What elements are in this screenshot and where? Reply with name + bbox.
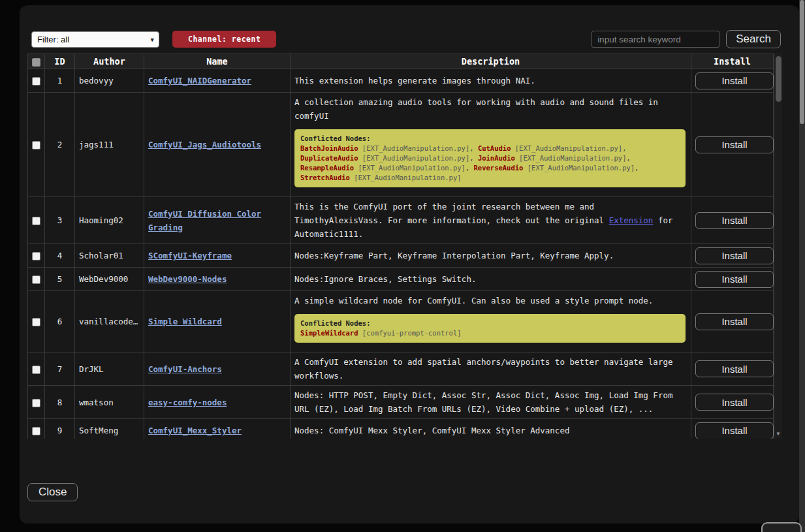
row-description: A simple wildcard node for ComfyUI. Can …: [291, 291, 691, 352]
nodes-table-clip: ID Author Name Description Install 1bedo…: [27, 54, 774, 439]
conflict-label: Conflicted Nodes:: [300, 319, 680, 328]
close-button[interactable]: Close: [27, 483, 78, 501]
install-button[interactable]: Install: [695, 394, 774, 411]
conflict-label: Conflicted Nodes:: [300, 134, 680, 144]
conflict-node-name: SimpleWildcard: [300, 329, 358, 337]
row-id: 6: [45, 291, 75, 352]
row-checkbox[interactable]: [32, 275, 40, 284]
table-header-row: ID Author Name Description Install: [28, 54, 774, 69]
node-name-link[interactable]: Simple Wildcard: [148, 317, 222, 326]
row-select-cell: [28, 352, 45, 386]
row-checkbox[interactable]: [32, 77, 40, 86]
row-checkbox[interactable]: [32, 217, 40, 225]
description-link[interactable]: Extension: [609, 215, 654, 225]
row-author: Scholar01: [75, 244, 144, 268]
search-input[interactable]: [592, 31, 719, 48]
table-row: 7DrJKLComfyUI-AnchorsA ComfyUI extension…: [28, 352, 774, 386]
row-description: This is the ComfyUI port of the joint re…: [291, 197, 691, 244]
row-checkbox[interactable]: [32, 427, 40, 435]
browser-scrollbar-thumb[interactable]: [800, 0, 804, 124]
row-id: 5: [45, 268, 75, 291]
channel-badge: Channel: recent: [172, 31, 276, 48]
filter-select[interactable]: Filter: all: [31, 31, 159, 48]
row-select-cell: [28, 93, 45, 197]
conflict-node-source: [EXT_AudioManipulation.py]: [519, 154, 626, 162]
conflict-items: BatchJoinAudio [EXT_AudioManipulation.py…: [300, 144, 680, 183]
row-install-cell: Install: [691, 352, 774, 386]
conflict-warning: Conflicted Nodes:BatchJoinAudio [EXT_Aud…: [294, 129, 686, 187]
description-text: Nodes: ComfyUI Mexx Styler, ComfyUI Mexx…: [294, 424, 687, 437]
row-select-cell: [28, 268, 45, 291]
node-name-link[interactable]: ComfyUI-Anchors: [148, 364, 222, 374]
node-name-link[interactable]: ComfyUI Diffusion Color Grading: [148, 209, 261, 232]
install-custom-nodes-dialog: Filter: all ▼ Channel: recent Search: [20, 5, 799, 524]
node-name-link[interactable]: ComfyUI_NAIDGenerator: [148, 76, 251, 86]
row-description: Nodes:Ignore Braces, Settings Switch.: [291, 268, 691, 291]
row-name-cell: ComfyUI_NAIDGenerator: [144, 69, 291, 93]
description-text: This extension helps generate images thr…: [294, 74, 687, 87]
conflict-node-name: ReverseAudio: [474, 164, 524, 172]
row-select-cell: [28, 291, 45, 352]
row-id: 7: [45, 352, 75, 386]
custom-nodes-table: ID Author Name Description Install 1bedo…: [27, 54, 774, 439]
conflict-node-source: [EXT_AudioManipulation.py]: [528, 164, 635, 172]
row-install-cell: Install: [691, 93, 774, 197]
row-checkbox[interactable]: [32, 141, 40, 149]
column-header-id: ID: [45, 54, 75, 69]
scroll-down-arrow-icon[interactable]: ▼: [774, 431, 782, 437]
row-description: This extension helps generate images thr…: [291, 69, 691, 93]
node-name-link[interactable]: ComfyUI_Jags_Audiotools: [148, 140, 261, 149]
conflict-warning: Conflicted Nodes:SimpleWildcard [comfyui…: [294, 314, 686, 343]
row-author: Haoming02: [75, 197, 144, 244]
column-header-name: Name: [144, 54, 291, 69]
row-checkbox[interactable]: [32, 318, 40, 326]
node-name-link[interactable]: WebDev9000-Nodes: [148, 274, 227, 284]
row-description: A collection amazing audio tools for wor…: [291, 93, 691, 197]
nodes-table-area: ID Author Name Description Install 1bedo…: [27, 54, 782, 439]
conflict-node-name: JoinAudio: [478, 154, 515, 162]
install-button[interactable]: Install: [695, 360, 774, 377]
table-row: 2jags111ComfyUI_Jags_AudiotoolsA collect…: [28, 93, 774, 197]
row-name-cell: ComfyUI_Jags_Audiotools: [144, 93, 291, 197]
install-button[interactable]: Install: [695, 212, 774, 229]
partially-visible-button[interactable]: [761, 522, 802, 532]
install-button[interactable]: Install: [695, 422, 774, 439]
conflict-node-source: [EXT_AudioManipulation.py]: [515, 144, 622, 152]
row-name-cell: Simple Wildcard: [144, 291, 291, 352]
install-button[interactable]: Install: [695, 313, 774, 330]
conflict-node-name: ResampleAudio: [300, 164, 354, 172]
row-author: WebDev9000: [75, 268, 144, 291]
conflict-node-name: StretchAudio: [300, 174, 350, 181]
conflict-node-source: [EXT_AudioManipulation.py]: [358, 164, 466, 172]
search-button[interactable]: Search: [726, 30, 781, 48]
row-author: jags111: [75, 93, 144, 197]
table-scrollbar-thumb[interactable]: [776, 56, 781, 102]
row-id: 2: [45, 93, 75, 197]
install-button[interactable]: Install: [695, 271, 774, 288]
install-button[interactable]: Install: [695, 136, 774, 153]
table-scrollbar[interactable]: ▼: [774, 54, 782, 439]
node-name-link[interactable]: easy-comfy-nodes: [148, 398, 227, 407]
table-row: 6vanillacode…Simple WildcardA simple wil…: [28, 291, 774, 352]
description-text: Nodes:Ignore Braces, Settings Switch.: [294, 272, 687, 286]
install-button[interactable]: Install: [695, 247, 774, 264]
row-checkbox[interactable]: [32, 252, 40, 260]
row-checkbox[interactable]: [32, 366, 40, 374]
browser-scrollbar[interactable]: [799, 0, 805, 532]
table-row: 1bedovyyComfyUI_NAIDGeneratorThis extens…: [28, 69, 774, 93]
table-row: 3Haoming02ComfyUI Diffusion Color Gradin…: [28, 197, 774, 244]
conflict-node-source: [comfyui-prompt-control]: [362, 329, 462, 337]
row-id: 3: [45, 197, 75, 244]
row-install-cell: Install: [691, 244, 774, 268]
select-all-checkbox[interactable]: [32, 58, 40, 67]
node-name-link[interactable]: ComfyUI_Mexx_Styler: [148, 426, 242, 435]
row-author: SoftMeng: [75, 419, 144, 439]
row-author: vanillacode…: [75, 291, 144, 352]
row-checkbox[interactable]: [32, 399, 40, 407]
row-id: 9: [45, 419, 75, 439]
install-button[interactable]: Install: [695, 72, 774, 89]
node-name-link[interactable]: SComfyUI-Keyframe: [148, 251, 232, 260]
row-select-cell: [28, 419, 45, 439]
table-row: 9SoftMengComfyUI_Mexx_StylerNodes: Comfy…: [28, 419, 774, 439]
row-description: Nodes:Keyframe Part, Keyframe Interpolat…: [291, 244, 691, 268]
